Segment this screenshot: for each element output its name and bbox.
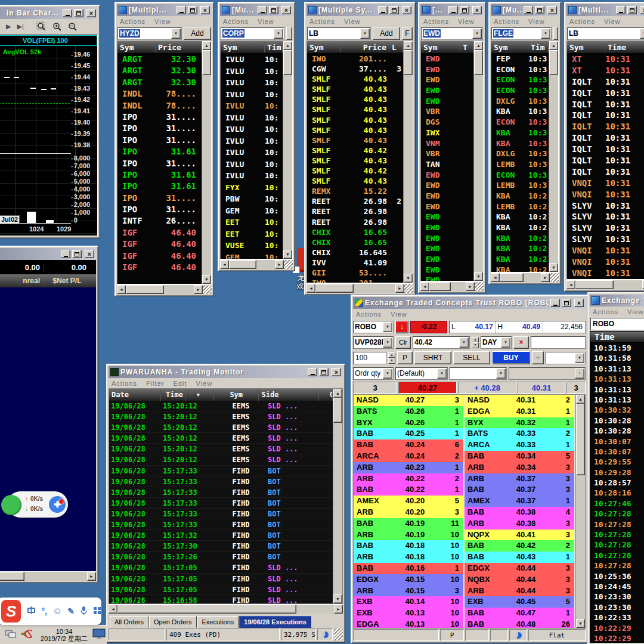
minimize-button[interactable] (550, 299, 560, 307)
quote-row[interactable]: IPO31.... (117, 158, 202, 169)
minimize-button[interactable] (258, 6, 267, 14)
minimize-button[interactable] (61, 250, 70, 258)
quote-row[interactable]: IVLU10: (221, 159, 283, 171)
bid-row[interactable]: BAB40.246 (354, 439, 463, 451)
symbol-combobox[interactable]: HYZD▼ (117, 27, 182, 40)
quote-row[interactable]: EWD1 (421, 85, 473, 96)
add-button[interactable]: Add (184, 27, 211, 40)
close-button[interactable]: × (85, 250, 94, 258)
quote-row[interactable]: VNQI10:31 (567, 268, 644, 279)
quote-row[interactable]: VNQI10:31 (567, 256, 644, 268)
quote-row[interactable]: KBA10:2 (491, 191, 549, 202)
handwriting-icon[interactable]: ✎ (67, 606, 75, 616)
quote-row[interactable]: IQLT10:31 (567, 88, 644, 99)
quote-row[interactable]: ECON10:3 (491, 64, 549, 75)
menu-view[interactable]: View (391, 311, 407, 318)
quote-row[interactable]: IVLU10: (221, 147, 283, 159)
quote-row[interactable]: IQLT10:31 (567, 99, 644, 110)
maximize-button[interactable] (319, 368, 329, 376)
zoom-region-icon[interactable] (36, 21, 47, 32)
quote-row[interactable]: EWD1 (421, 202, 473, 212)
quote-row[interactable]: GEM10: (221, 205, 283, 217)
symbol-combobox[interactable]: FLGE▼ (491, 27, 552, 40)
quote-row[interactable]: EWD1 (421, 254, 473, 265)
quantity-field[interactable]: 100 (353, 352, 386, 364)
quote-row[interactable]: IQLT10:31 (567, 110, 644, 121)
quote-row[interactable]: IWO201... (307, 278, 403, 283)
quote-row[interactable]: SMLF40.43 (307, 84, 403, 94)
tif-combobox[interactable]: DAY▼ (481, 336, 512, 349)
ask-row[interactable]: BAB40.4826 (465, 619, 574, 628)
horizontal-scrollbar[interactable]: ◄► (117, 284, 212, 294)
quote-row[interactable]: VBR1 (421, 106, 473, 117)
grid-header[interactable]: SymTime (567, 41, 644, 54)
maximize-button[interactable] (535, 6, 544, 14)
bid-row[interactable]: BAB40.1911 (354, 518, 463, 530)
execution-row[interactable]: 19/06/2815:17:05FIHDSLD ...20 (109, 584, 333, 595)
quote-row[interactable]: EWD1 (421, 75, 473, 85)
voice-input-icon[interactable] (80, 606, 88, 617)
menu-actions[interactable]: Actions (494, 18, 519, 25)
titlebar[interactable]: [Mu...× (220, 4, 293, 16)
execution-row[interactable]: 19/06/2815:17:26FIHDBOT10 (109, 552, 333, 562)
network-status-icon[interactable] (5, 629, 17, 641)
ask-row[interactable]: ARB40.343 (465, 462, 574, 473)
grid-header[interactable]: SymT (421, 41, 473, 54)
execution-row[interactable]: 19/06/2815:17:33FIHDBOT20 (109, 487, 333, 498)
add-button[interactable] (553, 27, 558, 40)
quote-row[interactable]: IVLU10: (221, 100, 283, 112)
time-row[interactable]: 10:30:32 (590, 405, 644, 415)
execution-row[interactable]: 19/06/2815:17:05FIHDSLD ...10 (109, 562, 333, 573)
quote-row[interactable]: KBA10:2 (491, 222, 549, 233)
execution-row[interactable]: 19/06/2815:17:33FIHDBOT20 (109, 519, 333, 530)
execution-row[interactable]: 19/06/2815:17:33FIHDBOT2 (109, 466, 333, 476)
minimize-button[interactable] (177, 6, 186, 14)
horizontal-scrollbar[interactable]: ◄► (491, 273, 559, 282)
tray-clock[interactable]: 10:34 2019/7/2 星期二 (36, 628, 92, 642)
price-combobox[interactable]: 40.42▼ (413, 336, 470, 349)
quote-row[interactable]: EWD1 (421, 64, 473, 75)
quote-row[interactable]: IGF46.40 (117, 239, 202, 250)
volume-muted-icon[interactable] (20, 629, 32, 641)
quote-row[interactable]: VUSE10: (221, 240, 283, 252)
time-row[interactable]: 10:31:13 (590, 385, 644, 395)
quote-row[interactable]: IGF46.40 (117, 262, 202, 273)
find-button[interactable]: F (402, 27, 413, 40)
quote-row[interactable]: EWD1 (421, 243, 473, 254)
quote-row[interactable]: EWD1 (421, 233, 473, 244)
sell-button[interactable]: SELL (453, 351, 490, 364)
ask-row[interactable]: NQPX40.413 (465, 530, 574, 541)
step-forward-icon[interactable]: ▶ (6, 23, 11, 30)
bid-row[interactable]: AMEX40.205 (354, 496, 463, 507)
ask-row[interactable]: BAB40.471 (465, 608, 574, 619)
quote-row[interactable]: IPO31.... (117, 123, 202, 134)
quote-row[interactable]: INTF26.... (117, 215, 202, 227)
quote-row[interactable]: ECON10:3 (491, 117, 549, 128)
default-route-combobox[interactable]: (Default)▼ (395, 367, 448, 380)
quote-row[interactable]: IPO31.61 (117, 169, 202, 181)
ask-row[interactable]: ARB40.383 (465, 518, 574, 530)
close-button[interactable]: × (332, 368, 341, 376)
time-row[interactable]: 10:25:36 (590, 571, 644, 581)
time-row[interactable]: 10:27:28 (590, 519, 644, 530)
maximize-button[interactable] (562, 299, 571, 307)
quote-row[interactable]: IQLT10:31 (567, 144, 644, 155)
sogou-logo-icon[interactable]: S (1, 600, 21, 623)
quote-row[interactable]: IQLT10:31 (567, 155, 644, 166)
display-icon[interactable] (92, 628, 106, 642)
ask-row[interactable]: NASD40.312 (465, 395, 574, 406)
bid-row[interactable]: BAB40.1810 (354, 540, 463, 552)
time-row[interactable]: 10:31:13 (590, 374, 644, 384)
quote-row[interactable]: EWD1 (421, 96, 473, 107)
quote-row[interactable]: IGF46.40 (117, 250, 202, 262)
grid-header[interactable]: SymTim (491, 41, 549, 54)
toolbox-icon[interactable] (93, 606, 101, 617)
quote-row[interactable]: PBW10: (221, 193, 283, 205)
quote-row[interactable]: IWO201... (307, 54, 403, 64)
zoom-out-icon[interactable] (68, 22, 78, 32)
quote-row[interactable]: IVLU10: (221, 66, 283, 78)
minimize-button[interactable] (63, 9, 72, 17)
ask-row[interactable]: ARB40.443 (465, 586, 574, 597)
menu-view[interactable]: View (344, 18, 361, 25)
horizontal-scrollbar[interactable]: ◄► (306, 283, 413, 293)
